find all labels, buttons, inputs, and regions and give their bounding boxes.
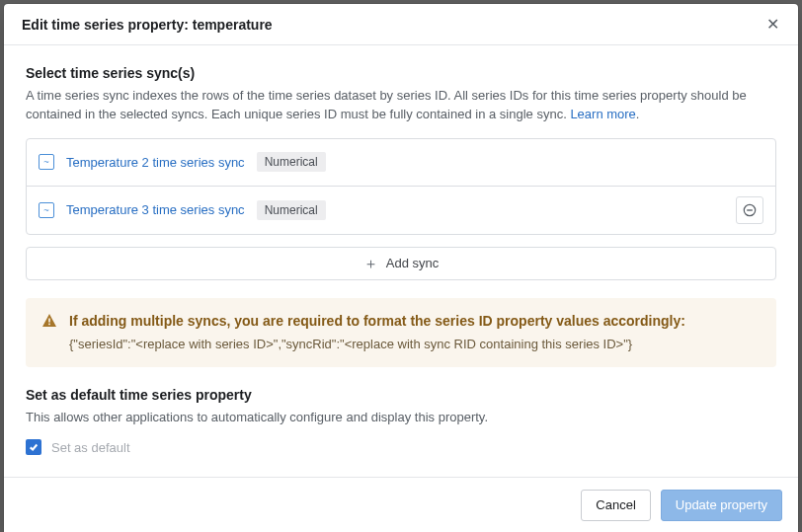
learn-more-link[interactable]: Learn more: [570, 107, 635, 121]
default-section: Set as default time series property This…: [26, 387, 776, 455]
sync-name-link[interactable]: Temperature 3 time series sync: [66, 202, 245, 217]
sync-row: ~ Temperature 2 time series sync Numeric…: [27, 139, 775, 187]
type-badge: Numerical: [257, 200, 326, 220]
modal-footer: Cancel Update property: [4, 477, 798, 532]
close-button[interactable]: ✕: [761, 13, 784, 37]
warning-icon: [41, 312, 57, 352]
timeseries-icon: ~: [39, 202, 54, 218]
svg-rect-2: [48, 318, 50, 322]
select-sync-description: A time series sync indexes the rows of t…: [26, 87, 776, 124]
warning-box: If adding multiple syncs, you are requir…: [26, 298, 776, 368]
modal-edit-time-series: Edit time series property: temperature ✕…: [4, 4, 798, 532]
default-description: This allows other applications to automa…: [26, 409, 776, 427]
checkbox-row: Set as default: [26, 439, 776, 455]
update-property-button[interactable]: Update property: [661, 490, 782, 521]
warning-title: If adding multiple syncs, you are requir…: [69, 312, 685, 332]
add-sync-label: Add sync: [386, 256, 439, 270]
remove-sync-button[interactable]: [736, 196, 763, 224]
sync-name-link[interactable]: Temperature 2 time series sync: [66, 155, 245, 170]
add-sync-button[interactable]: ＋ Add sync: [26, 247, 776, 280]
check-icon: [29, 442, 39, 452]
set-default-checkbox[interactable]: [26, 439, 41, 455]
svg-rect-3: [48, 323, 50, 325]
checkbox-label: Set as default: [51, 440, 130, 455]
timeseries-icon: ~: [39, 154, 54, 170]
select-sync-title: Select time series sync(s): [26, 65, 776, 81]
sync-row: ~ Temperature 3 time series sync Numeric…: [27, 187, 775, 234]
sync-list: ~ Temperature 2 time series sync Numeric…: [26, 138, 776, 235]
modal-title: Edit time series property: temperature: [22, 17, 273, 33]
default-title: Set as default time series property: [26, 387, 776, 403]
plus-icon: ＋: [363, 256, 378, 270]
cancel-button[interactable]: Cancel: [581, 490, 650, 521]
type-badge: Numerical: [257, 152, 326, 172]
warning-code: {"seriesId":"<replace with series ID>","…: [69, 337, 685, 351]
modal-body: Select time series sync(s) A time series…: [4, 45, 798, 477]
modal-header: Edit time series property: temperature ✕: [4, 4, 798, 45]
remove-icon: [743, 203, 757, 217]
close-icon: ✕: [766, 15, 779, 34]
